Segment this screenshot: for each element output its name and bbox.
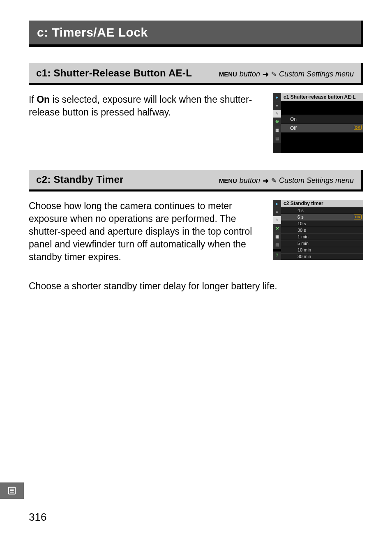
c2-option-30s: 30 s bbox=[281, 227, 363, 233]
c1-option-off: Off OK bbox=[281, 124, 363, 133]
lcd-spacer bbox=[281, 101, 363, 115]
c1-body-prefix: If bbox=[29, 94, 37, 105]
c2-option-5min: 5 min bbox=[281, 240, 363, 247]
custom-tab-icon: ✎ bbox=[273, 216, 281, 224]
menu-label: MENU bbox=[219, 71, 237, 78]
c2-lcd-title: c2 Standby timer bbox=[281, 200, 363, 207]
c1-body-suffix: is selected, exposure will lock when the… bbox=[29, 94, 252, 118]
c2-title: c2: Standby Timer bbox=[36, 174, 124, 185]
pencil-icon: ✎ bbox=[271, 177, 277, 185]
nav-destination: Custom Settings menu bbox=[279, 176, 354, 185]
footer-menu-icon bbox=[0, 482, 24, 499]
section-header: c: Timers/AE Lock bbox=[29, 21, 363, 47]
c2-nav-path: MENU button ➜ ✎ Custom Settings menu bbox=[219, 176, 354, 185]
camera-tab-icon: ● bbox=[273, 208, 281, 216]
camera-tab-icon: ● bbox=[273, 102, 281, 110]
lcd-side-tabs: ▸ ● ✎ ⚒ ▦ ▤ bbox=[273, 93, 281, 153]
c1-option-off-label: Off bbox=[290, 125, 297, 131]
c2-option-6s: 6 s OK bbox=[281, 214, 363, 220]
c2-option-1min: 1 min bbox=[281, 233, 363, 240]
retouch-tab-icon: ⚒ bbox=[273, 118, 281, 126]
c2-option-30min: 30 min bbox=[281, 253, 363, 260]
setup-tab-icon: ▦ bbox=[273, 126, 281, 134]
c2-header: c2: Standby Timer MENU button ➜ ✎ Custom… bbox=[29, 170, 363, 192]
other-tab-icon: ▤ bbox=[273, 134, 281, 143]
c1-nav-path: MENU button ➜ ✎ Custom Settings menu bbox=[219, 70, 354, 79]
c1-title: c1: Shutter-Release Button AE-L bbox=[36, 67, 192, 79]
arrow-icon: ➜ bbox=[263, 70, 269, 79]
c2-option-6s-label: 6 s bbox=[297, 215, 304, 219]
c2-body: Choose how long the camera continues to … bbox=[29, 200, 263, 263]
ok-badge: OK bbox=[354, 125, 362, 130]
c1-body-bold: On bbox=[37, 94, 50, 105]
pencil-icon: ✎ bbox=[271, 70, 277, 78]
c1-lcd-screenshot: ▸ ● ✎ ⚒ ▦ ▤ c1 Shutter-release button AE… bbox=[273, 93, 363, 153]
c2-option-10min: 10 min bbox=[281, 247, 363, 253]
playback-tab-icon: ▸ bbox=[273, 200, 281, 208]
c1-body: If On is selected, exposure will lock wh… bbox=[29, 93, 263, 119]
c2-option-4s: 4 s bbox=[281, 207, 363, 214]
c2-lcd-screenshot: ▸ ● ✎ ⚒ ▦ ▤ ? c2 Standby timer 4 s 6 s O… bbox=[273, 200, 363, 260]
retouch-tab-icon: ⚒ bbox=[273, 224, 281, 233]
lcd-side-tabs: ▸ ● ✎ ⚒ ▦ ▤ ? bbox=[273, 200, 281, 260]
button-word: button bbox=[240, 176, 260, 185]
button-word: button bbox=[240, 70, 260, 78]
other-tab-icon: ▤ bbox=[273, 241, 281, 249]
nav-destination: Custom Settings menu bbox=[279, 70, 354, 78]
arrow-icon: ➜ bbox=[263, 176, 269, 185]
c2-option-10s: 10 s bbox=[281, 220, 363, 227]
setup-tab-icon: ▦ bbox=[273, 233, 281, 241]
c1-header: c1: Shutter-Release Button AE-L MENU but… bbox=[29, 63, 363, 85]
page-number: 316 bbox=[29, 511, 46, 524]
c1-option-on: On bbox=[281, 115, 363, 124]
custom-tab-icon: ✎ bbox=[273, 110, 281, 118]
c2-body-2: Choose a shorter standby timer delay for… bbox=[29, 280, 363, 293]
lcd-spacer bbox=[281, 133, 363, 153]
c1-lcd-title: c1 Shutter-release button AE-L bbox=[281, 93, 363, 101]
playback-tab-icon: ▸ bbox=[273, 93, 281, 102]
help-tab-icon: ? bbox=[273, 252, 281, 260]
ok-badge: OK bbox=[354, 215, 362, 219]
menu-label: MENU bbox=[219, 177, 237, 184]
